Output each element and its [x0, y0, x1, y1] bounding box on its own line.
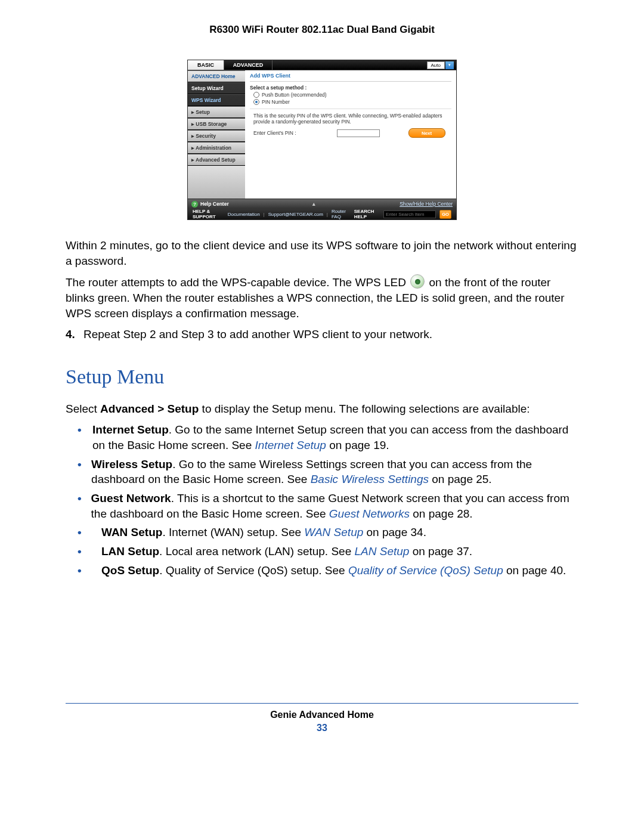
heading-setup-menu: Setup Menu	[66, 363, 578, 391]
panel-title: Add WPS Client	[250, 73, 451, 79]
footer-section-label: Genie Advanced Home	[66, 710, 578, 720]
pin-description: This is the security PIN of the WPS clie…	[253, 113, 451, 125]
lang-select-chevron-icon[interactable]: ▾	[445, 61, 454, 69]
wps-led-icon	[410, 274, 425, 289]
bullet-qos-setup: • QoS Setup. Quality of Service (QoS) se…	[66, 563, 578, 578]
select-method-label: Select a setup method :	[250, 85, 451, 91]
next-button[interactable]: Next	[408, 128, 445, 138]
documentation-link[interactable]: Documentation	[228, 212, 260, 217]
enter-pin-label: Enter Client's PIN :	[253, 130, 296, 136]
radio-push-button[interactable]	[253, 92, 259, 98]
sidebar-item-setup-wizard[interactable]: Setup Wizard	[188, 82, 245, 94]
sidebar-item-usb-storage[interactable]: ▸ USB Storage	[188, 118, 245, 130]
bullet-guest-network: • Guest Network. This is a shortcut to t…	[66, 491, 578, 521]
content-panel: Add WPS Client Select a setup method : P…	[245, 70, 456, 199]
question-icon: ?	[191, 201, 198, 208]
setup-menu-intro: Select Advanced > Setup to display the S…	[66, 401, 578, 417]
bullet-wan-setup: • WAN Setup. Internet (WAN) setup. See W…	[66, 525, 578, 540]
bullet-internet-setup: • Internet Setup. Go to the same Interne…	[66, 422, 578, 453]
header-title: R6300 WiFi Router 802.11ac Dual Band Gig…	[66, 24, 578, 36]
link-internet-setup[interactable]: Internet Setup	[255, 439, 326, 451]
radio-pin-number[interactable]	[253, 99, 259, 105]
sidebar-item-advanced-setup[interactable]: ▸ Advanced Setup	[188, 154, 245, 166]
pin-input[interactable]	[337, 129, 380, 137]
help-support-label: HELP & SUPPORT	[193, 209, 224, 219]
tab-basic[interactable]: BASIC	[188, 60, 224, 70]
link-qos-setup[interactable]: Quality of Service (QoS) Setup	[348, 564, 503, 577]
tab-advanced[interactable]: ADVANCED	[224, 60, 273, 70]
sidebar-item-security[interactable]: ▸ Security	[188, 130, 245, 142]
radio-push-button-label: Push Button (recommended)	[262, 92, 327, 98]
footer-divider	[66, 703, 578, 704]
footer-page-number: 33	[66, 723, 578, 733]
link-guest-networks[interactable]: Guest Networks	[329, 507, 410, 520]
bullet-wireless-setup: • Wireless Setup. Go to the same Wireles…	[66, 457, 578, 487]
toggle-help-center-link[interactable]: Show/Hide Help Center	[400, 201, 453, 207]
chevron-up-icon[interactable]: ▴	[308, 201, 320, 207]
sidebar-item-wps-wizard[interactable]: WPS Wizard	[188, 94, 245, 106]
router-faq-link[interactable]: Router FAQ	[332, 209, 351, 219]
link-basic-wireless[interactable]: Basic Wireless Settings	[311, 473, 429, 485]
sidebar-item-advanced-home[interactable]: ADVANCED Home	[188, 70, 245, 82]
bullet-lan-setup: • LAN Setup. Local area network (LAN) se…	[66, 544, 578, 559]
go-button[interactable]: GO	[439, 210, 451, 219]
lang-select[interactable]: Auto	[427, 61, 445, 69]
support-email-link[interactable]: Support@NETGEAR.com	[268, 212, 323, 217]
router-ui-screenshot: BASIC ADVANCED Auto ▾ ADVANCED Home Setu…	[187, 60, 457, 220]
sidebar-item-setup[interactable]: ▸ Setup	[188, 106, 245, 118]
search-help-input[interactable]	[383, 210, 436, 218]
link-lan-setup[interactable]: LAN Setup	[355, 545, 410, 558]
help-center-label[interactable]: Help Center	[200, 201, 229, 207]
sidebar: ADVANCED Home Setup Wizard WPS Wizard ▸ …	[188, 70, 245, 199]
paragraph-wps-led: The router attempts to add the WPS-capab…	[66, 274, 578, 321]
search-help-label: SEARCH HELP	[354, 209, 380, 219]
paragraph-wps-instruction: Within 2 minutes, go to the client devic…	[66, 238, 578, 268]
radio-pin-number-label: PIN Number	[262, 99, 290, 105]
link-wan-setup[interactable]: WAN Setup	[304, 526, 363, 538]
sidebar-item-administration[interactable]: ▸ Administration	[188, 142, 245, 154]
step-4: 4. Repeat Step 2 and Step 3 to add anoth…	[66, 327, 578, 342]
